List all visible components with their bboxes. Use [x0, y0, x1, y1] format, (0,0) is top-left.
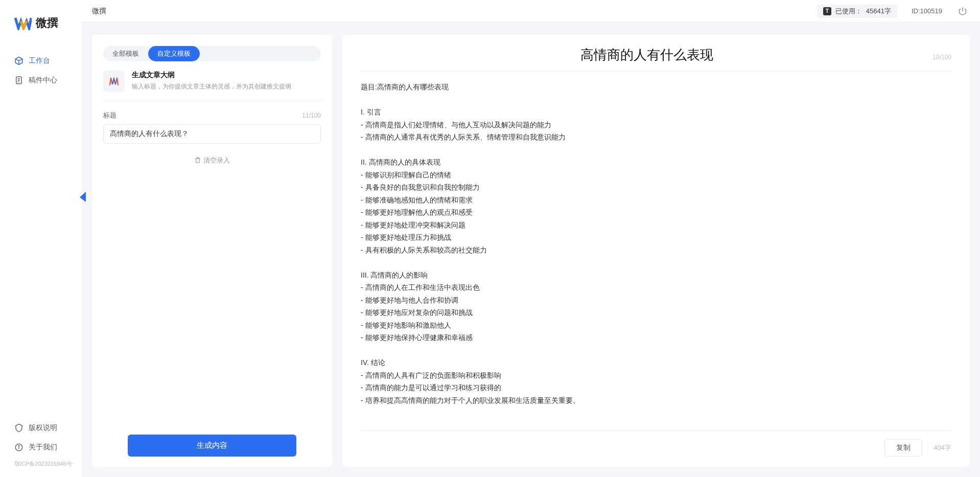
template-icon [103, 71, 125, 92]
clear-label: 清空录入 [203, 156, 230, 165]
sidebar-item-copyright[interactable]: 版权说明 [0, 418, 82, 438]
sidebar-bottom: 版权说明 关于我们 鄂ICP备2022016946号 [0, 418, 82, 477]
tab-all-templates[interactable]: 全部模板 [103, 46, 148, 61]
template-card: 生成文章大纲 输入标题，为你提供文章主体的灵感，并为其创建推文提纲 [92, 71, 332, 101]
usage-pill[interactable]: T 已使用： 45641字 [817, 5, 897, 18]
sidebar-item-about[interactable]: 关于我们 [0, 438, 82, 457]
output-body[interactable]: 题目:高情商的人有哪些表现 I. 引言 - 高情商是指人们处理情绪、与他人互动以… [361, 81, 951, 420]
usage-badge-icon: T [823, 7, 831, 15]
cube-icon [14, 56, 24, 65]
template-tabs: 全部模板 自定义模板 [103, 46, 321, 61]
output-word-count: 404字 [934, 443, 951, 452]
input-panel: 全部模板 自定义模板 生成文章大纲 输入标题，为你提供文章主体的灵感，并为其创建… [92, 35, 332, 467]
sidebar-item-label: 关于我们 [29, 443, 57, 452]
template-desc: 输入标题，为你提供文章主体的灵感，并为其创建推文提纲 [132, 82, 321, 91]
output-panel: 高情商的人有什么表现 10/100 题目:高情商的人有哪些表现 I. 引言 - … [342, 35, 970, 467]
sidebar: 微撰 工作台 稿件中心 版权说明 [0, 0, 82, 477]
logo-icon [14, 16, 32, 30]
sidebar-item-drafts[interactable]: 稿件中心 [0, 71, 82, 90]
usage-label: 已使用： [835, 7, 862, 16]
svg-point-6 [18, 445, 19, 446]
info-icon [14, 443, 24, 452]
shield-icon [14, 423, 24, 433]
content-row: 全部模板 自定义模板 生成文章大纲 输入标题，为你提供文章主体的灵感，并为其创建… [82, 22, 980, 477]
sidebar-item-label: 工作台 [29, 56, 50, 65]
trash-icon [194, 156, 201, 165]
tab-custom-templates[interactable]: 自定义模板 [148, 46, 200, 61]
logo: 微撰 [0, 0, 82, 51]
docs-icon [14, 76, 24, 85]
main-area: 微撰 T 已使用： 45641字 ID:100519 全部模板 自定义模板 [82, 0, 980, 477]
copy-button[interactable]: 复制 [884, 439, 922, 457]
form-block: 标题 11/100 清空录入 [92, 102, 332, 435]
template-title: 生成文章大纲 [132, 71, 321, 80]
sidebar-collapse-toggle[interactable] [78, 192, 86, 202]
power-icon[interactable] [958, 6, 968, 16]
output-footer: 复制 404字 [361, 430, 951, 457]
title-input[interactable] [103, 124, 321, 144]
usage-value: 45641字 [866, 7, 891, 16]
title-label: 标题 [103, 111, 116, 120]
sidebar-item-workspace[interactable]: 工作台 [0, 51, 82, 71]
output-header: 高情商的人有什么表现 10/100 [361, 46, 951, 72]
app-root: 微撰 工作台 稿件中心 版权说明 [0, 0, 980, 477]
template-info: 生成文章大纲 输入标题，为你提供文章主体的灵感，并为其创建推文提纲 [132, 71, 321, 92]
icp-text: 鄂ICP备2022016946号 [0, 457, 82, 471]
page-title: 微撰 [92, 7, 817, 16]
generate-button[interactable]: 生成内容 [128, 435, 296, 457]
output-title-counter: 10/100 [932, 54, 951, 61]
sidebar-item-label: 版权说明 [29, 423, 57, 433]
sidebar-item-label: 稿件中心 [29, 76, 57, 85]
output-title: 高情商的人有什么表现 [361, 46, 932, 64]
user-id: ID:100519 [912, 7, 942, 15]
clear-input-button[interactable]: 清空录入 [103, 156, 321, 165]
title-char-counter: 11/100 [302, 112, 321, 119]
sidebar-nav: 工作台 稿件中心 [0, 51, 82, 418]
topbar: 微撰 T 已使用： 45641字 ID:100519 [82, 0, 980, 22]
logo-text: 微撰 [36, 15, 58, 31]
title-field-header: 标题 11/100 [103, 111, 321, 120]
